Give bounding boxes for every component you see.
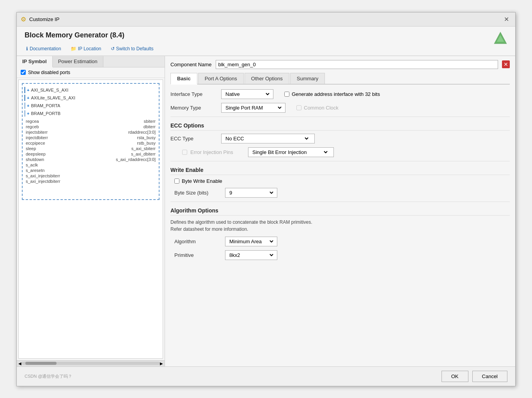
component-name-input[interactable] — [216, 60, 498, 69]
port-bram-porta[interactable]: + BRAM_PORTA — [24, 103, 157, 109]
interface-type-select[interactable]: Native AXI4 AXI4 Lite — [224, 91, 271, 97]
interface-type-row: Interface Type Native AXI4 AXI4 Lite Gen… — [170, 89, 510, 99]
tab-basic[interactable]: Basic — [170, 73, 197, 85]
expand-icon-bram-porta: + — [27, 103, 29, 108]
bottom-bar: CSDN @通信学会了吗？ OK Cancel — [17, 366, 515, 386]
error-injection-select[interactable]: Single Bit Error Injection Double Bit Er… — [251, 149, 329, 156]
expand-icon-axilite-slave: + — [27, 96, 29, 100]
algorithm-select[interactable]: Minimum Area Low Power Fixed Primitives — [228, 238, 275, 245]
common-clock-checkbox[interactable] — [296, 105, 301, 110]
tab-power-estimation[interactable]: Power Estimation — [53, 56, 103, 67]
expand-icon-bram-portb: + — [27, 111, 29, 116]
signal-row: eccpipece rstb_busy — [26, 141, 156, 145]
scroll-right-arrow[interactable]: ▶ — [160, 361, 163, 366]
primitive-dropdown[interactable]: 8kx2 16kx1 32kx1 — [225, 250, 277, 260]
algorithm-section-title: Algorithm Options — [170, 207, 510, 216]
memory-type-control: Single Port RAM Simple Dual Port RAM Tru… — [221, 103, 339, 113]
signal-row: s_axi_injectsbiterr — [26, 173, 156, 178]
interface-type-dropdown[interactable]: Native AXI4 AXI4 Lite — [221, 89, 273, 99]
watermark: CSDN @通信学会了吗？ — [25, 373, 72, 379]
component-name-label: Component Name — [170, 62, 212, 67]
byte-size-control: 8 9 — [225, 188, 277, 198]
component-name-row: Component Name ✕ — [170, 60, 510, 69]
generate-address-row: Generate address interface with 32 bits — [284, 91, 380, 97]
primitive-label: Primitive — [174, 252, 225, 258]
main-tabs: Basic Port A Options Other Options Summa… — [170, 73, 510, 85]
error-injection-dropdown[interactable]: Single Bit Error Injection Double Bit Er… — [248, 147, 334, 157]
port-axilite-slave[interactable]: + AXILite_SLAVE_S_AXI — [24, 95, 157, 101]
memory-type-row: Memory Type Single Port RAM Simple Dual … — [170, 103, 510, 113]
scroll-thumb[interactable] — [25, 362, 57, 365]
ip-block: + AXI_SLAVE_S_AXI + AXILite_SLAVE_S_AXI … — [22, 83, 160, 200]
byte-size-dropdown[interactable]: 8 9 — [225, 188, 277, 198]
tab-other-options[interactable]: Other Options — [245, 73, 289, 84]
ecc-type-label: ECC Type — [170, 136, 221, 142]
algorithm-control: Minimum Area Low Power Fixed Primitives — [225, 237, 277, 246]
algo-description: Defines the algorithm used to concatenat… — [170, 219, 510, 233]
interface-type-control: Native AXI4 AXI4 Lite Generate address i… — [221, 89, 380, 99]
xilinx-logo — [493, 31, 507, 45]
primitive-control: 8kx2 16kx1 32kx1 — [225, 250, 277, 260]
signal-row: s_aclk — [26, 163, 156, 167]
left-panel: IP Symbol Power Estimation Show disabled… — [17, 56, 165, 366]
show-disabled-label: Show disabled ports — [28, 70, 70, 75]
memory-type-dropdown[interactable]: Single Port RAM Simple Dual Port RAM Tru… — [221, 103, 286, 113]
clear-name-button[interactable]: ✕ — [502, 60, 510, 68]
algorithm-label: Algorithm — [174, 239, 225, 244]
page-title: Block Memory Generator (8.4) — [25, 31, 124, 39]
info-icon: ℹ — [26, 46, 28, 51]
title-bar-title: Customize IP — [29, 16, 59, 22]
switch-defaults-button[interactable]: ↺ Switch to Defaults — [109, 45, 155, 52]
scroll-left-arrow[interactable]: ◀ — [18, 361, 21, 366]
signal-row: deepsleep s_axi_dbiterr — [26, 152, 156, 156]
primitive-select[interactable]: 8kx2 16kx1 32kx1 — [228, 252, 275, 258]
ip-location-button[interactable]: 📁 IP Location — [69, 45, 103, 52]
toolbar: ℹ Documentation 📁 IP Location ↺ Switch t… — [25, 45, 507, 52]
expand-icon-axi-slave: + — [27, 88, 29, 92]
main-header: Block Memory Generator (8.4) ℹ Documenta… — [17, 27, 515, 56]
signal-row: sleep s_axi_sbiterr — [26, 146, 156, 151]
show-disabled-checkbox[interactable] — [21, 70, 26, 75]
byte-write-enable-row: Byte Write Enable — [170, 178, 510, 184]
ok-button[interactable]: OK — [442, 371, 468, 382]
folder-icon: 📁 — [71, 46, 76, 51]
title-bar: ⚙ Customize IP ✕ — [17, 12, 515, 27]
byte-size-row: Byte Size (bits) 8 9 — [170, 188, 510, 198]
ecc-type-row: ECC Type No ECC Hamming ECC SEC/DED ECC — [170, 134, 510, 143]
tab-summary[interactable]: Summary — [290, 73, 325, 84]
left-tabs: IP Symbol Power Estimation — [17, 56, 165, 67]
algorithm-dropdown[interactable]: Minimum Area Low Power Fixed Primitives — [225, 237, 277, 246]
primitive-row: Primitive 8kx2 16kx1 32kx1 — [170, 250, 510, 260]
port-bram-portb[interactable]: + BRAM_PORTB — [24, 110, 157, 117]
horizontal-scrollbar[interactable]: ◀ ▶ — [17, 360, 165, 366]
scroll-track[interactable] — [21, 362, 160, 365]
app-icon: ⚙ — [21, 16, 26, 23]
signal-row: regcea sbiterr — [26, 119, 156, 124]
write-enable-section-title: Write Enable — [170, 167, 510, 175]
ecc-type-dropdown[interactable]: No ECC Hamming ECC SEC/DED ECC — [221, 134, 315, 143]
close-button[interactable]: ✕ — [502, 15, 511, 24]
ip-symbol-area: + AXI_SLAVE_S_AXI + AXILite_SLAVE_S_AXI … — [18, 80, 163, 359]
interface-type-label: Interface Type — [170, 91, 221, 97]
content-area: IP Symbol Power Estimation Show disabled… — [17, 56, 515, 366]
error-injection-checkbox[interactable] — [182, 150, 187, 155]
signal-row: s_aresetn — [26, 168, 156, 173]
tab-port-a-options[interactable]: Port A Options — [198, 73, 244, 84]
cancel-button[interactable]: Cancel — [472, 371, 507, 382]
basic-tab-content: Interface Type Native AXI4 AXI4 Lite Gen… — [170, 89, 510, 363]
signal-row: s_axi_injectdbiterr — [26, 179, 156, 184]
signal-rows: regcea sbiterr regceb dbiterr injectsbit… — [24, 119, 157, 184]
ecc-section-title: ECC Options — [170, 122, 510, 131]
tab-ip-symbol[interactable]: IP Symbol — [17, 56, 53, 67]
signal-row: regceb dbiterr — [26, 124, 156, 129]
ecc-type-select[interactable]: No ECC Hamming ECC SEC/DED ECC — [224, 135, 310, 142]
algorithm-row: Algorithm Minimum Area Low Power Fixed P… — [170, 237, 510, 246]
memory-type-select[interactable]: Single Port RAM Simple Dual Port RAM Tru… — [224, 104, 283, 111]
generate-address-checkbox[interactable] — [284, 92, 289, 97]
documentation-button[interactable]: ℹ Documentation — [25, 45, 63, 52]
byte-size-select[interactable]: 8 9 — [228, 189, 275, 196]
byte-write-enable-checkbox[interactable] — [174, 179, 179, 184]
port-axi-slave[interactable]: + AXI_SLAVE_S_AXI — [24, 87, 157, 93]
signal-row: injectdbiterr rsta_busy — [26, 135, 156, 140]
byte-size-label: Byte Size (bits) — [174, 190, 225, 196]
